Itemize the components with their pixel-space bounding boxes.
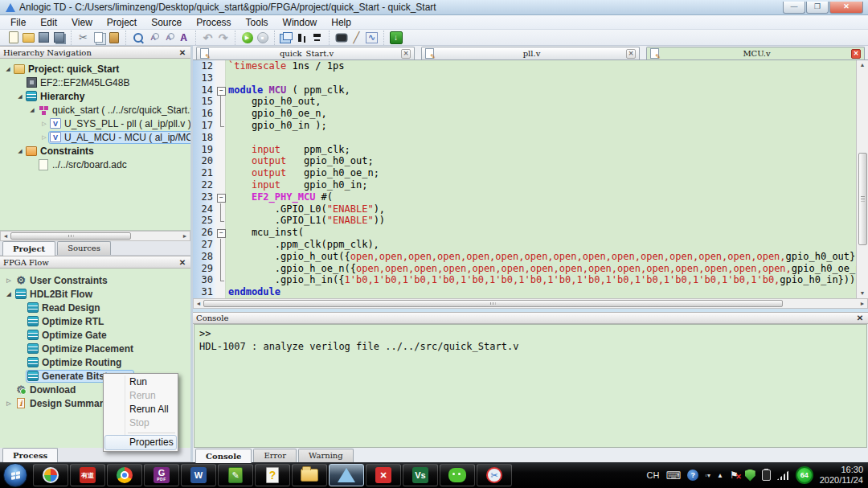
editor-tab-quick-start-v[interactable]: quick_Start.v✕	[196, 47, 415, 59]
tree-item-optimize-rtl[interactable]: Optimize RTL	[27, 316, 106, 327]
chip-icon[interactable]	[334, 31, 348, 44]
hierarchy-tree-row[interactable]: ◢Project: quick_Start	[0, 62, 190, 76]
tab-console[interactable]: Console	[195, 449, 252, 463]
run-icon[interactable]	[240, 31, 254, 44]
collapsed-arrow-icon[interactable]: ▷	[3, 277, 14, 284]
expanded-arrow-icon[interactable]: ◢	[3, 66, 13, 72]
tree-item-user-constraints[interactable]: ⚙User Constraints	[14, 275, 110, 286]
vscroll-track[interactable]	[858, 70, 867, 289]
minimize-button[interactable]: —	[783, 2, 805, 14]
replace-icon[interactable]: A	[177, 31, 190, 44]
column-chart-icon[interactable]	[310, 31, 324, 44]
editor-tab-pll-v[interactable]: pll.v✕	[421, 47, 640, 59]
app-pdf-reader[interactable]: GPDF	[144, 464, 179, 486]
optimizer-badge[interactable]: 64	[796, 466, 813, 484]
menu-window[interactable]: Window	[276, 16, 325, 29]
app-vs-tool[interactable]: Vs	[403, 464, 438, 486]
flow-tree-row[interactable]: Optimize Placement	[0, 342, 190, 355]
hidden-icons-arrow[interactable]: ▲	[717, 472, 723, 479]
menu-project[interactable]: Project	[100, 16, 144, 29]
hierarchy-tree-row[interactable]: ◢Hierarchy	[0, 89, 190, 103]
open-file-icon[interactable]	[22, 31, 35, 44]
app-file-explorer[interactable]	[292, 464, 327, 486]
clipboard-tray-icon[interactable]	[762, 470, 771, 481]
menu-file[interactable]: File	[3, 16, 33, 29]
undo-icon[interactable]: ↶	[201, 31, 215, 44]
menu-edit[interactable]: Edit	[33, 16, 64, 29]
app-360-browser[interactable]	[33, 464, 68, 486]
scroll-right-icon[interactable]: ►	[180, 233, 190, 239]
close-button[interactable]: ✕	[829, 2, 863, 14]
flow-tree-row[interactable]: Optimize Routing	[0, 355, 190, 369]
network-signal-icon[interactable]	[777, 470, 789, 480]
hierarchy-tree-row[interactable]: ◢quick_start ( ../../src/quick_Start.v )	[0, 103, 190, 117]
hierarchy-tree-row[interactable]: EF2::EF2M45LG48B	[0, 76, 190, 89]
scroll-left-icon[interactable]: ◄	[194, 301, 203, 306]
tab-close-icon[interactable]: ✕	[401, 49, 411, 59]
scroll-right-icon[interactable]: ►	[858, 301, 867, 306]
menu-view[interactable]: View	[64, 16, 100, 29]
language-indicator[interactable]: CH	[647, 470, 660, 480]
collapsed-arrow-icon[interactable]: ▷	[39, 134, 49, 141]
find-icon[interactable]	[131, 31, 145, 44]
expanded-arrow-icon[interactable]: ◢	[27, 107, 37, 113]
new-file-icon[interactable]	[6, 31, 20, 44]
tree-item-hdl2bit-flow[interactable]: HDL2Bit Flow	[14, 289, 95, 300]
flow-tree-row[interactable]: ▷⚙User Constraints	[0, 273, 190, 287]
tab-warning[interactable]: Warning	[298, 449, 354, 462]
pencil-line-icon[interactable]: ╱	[350, 31, 363, 44]
scroll-thumb[interactable]	[203, 300, 783, 307]
hierarchy-tree-row[interactable]: ../../src/board.adc	[0, 158, 190, 171]
app-help-doc[interactable]: ?	[255, 464, 290, 486]
tree-item-optimize-gate[interactable]: Optimize Gate	[27, 330, 109, 341]
tree-item-u-al-mcu-mcu-al-ip-mcu-v[interactable]: U_AL_MCU - MCU ( al_ip/MCU.v	[49, 132, 190, 143]
expanded-arrow-icon[interactable]: ◢	[15, 148, 25, 154]
action-center-flag-icon[interactable]: ⚑✕	[730, 470, 739, 481]
hierarchy-tree-row[interactable]: ▷U_SYS_PLL - pll ( al_ip/pll.v )	[0, 117, 190, 130]
tree-item-read-design[interactable]: Read Design	[27, 302, 103, 314]
display-switch-icon[interactable]: ▫▾	[705, 472, 710, 479]
scroll-left-icon[interactable]: ◄	[1, 233, 10, 239]
redo-icon[interactable]: ↷	[216, 31, 230, 44]
stop-icon[interactable]	[256, 31, 269, 44]
tab-project[interactable]: Project	[2, 241, 55, 256]
app-youdao[interactable]: 有道	[70, 464, 105, 486]
keyboard-icon[interactable]: ⌨	[665, 470, 681, 482]
app-red-x[interactable]: ✕	[366, 464, 401, 486]
app-anlogic-td[interactable]	[329, 464, 364, 486]
scroll-thumb[interactable]	[10, 232, 131, 240]
find-previous-icon[interactable]: A	[162, 31, 175, 44]
app-wechat[interactable]	[440, 464, 475, 486]
hierarchy-panel-close-icon[interactable]: ✕	[178, 48, 187, 57]
menu-help[interactable]: Help	[324, 16, 358, 29]
app-word[interactable]: W	[181, 464, 216, 486]
hierarchy-tree-row[interactable]: ◢Constraints	[0, 144, 190, 158]
fold-toggle-icon[interactable]	[215, 227, 226, 239]
bluetooth-help-icon[interactable]: ?	[687, 470, 698, 481]
save-icon[interactable]	[37, 31, 51, 44]
tree-item-download[interactable]: ⚙Download	[14, 384, 78, 396]
antivirus-shield-icon[interactable]	[745, 470, 755, 482]
bar-chart-icon[interactable]	[295, 31, 309, 44]
app-snipping-tool[interactable]: ✂	[477, 464, 512, 486]
hierarchy-hscrollbar[interactable]: ◄ ►	[0, 231, 190, 241]
flow-tree-row[interactable]: ◢HDL2Bit Flow	[0, 287, 190, 301]
tree-item-project-quick-start[interactable]: Project: quick_Start	[13, 64, 121, 75]
copy-icon[interactable]	[92, 31, 105, 44]
fold-toggle-icon[interactable]	[215, 84, 226, 96]
app-text-editor[interactable]: ✎	[218, 464, 253, 486]
hierarchy-tree-row[interactable]: ▷U_AL_MCU - MCU ( al_ip/MCU.v	[0, 130, 190, 144]
console-panel-close-icon[interactable]: ✕	[855, 314, 865, 322]
expanded-arrow-icon[interactable]: ◢	[15, 93, 25, 100]
editor-hscrollbar[interactable]: ◄ ►	[193, 298, 868, 309]
tab-error[interactable]: Error	[253, 449, 297, 462]
tree-item-u-sys-pll-pll-al-ip-pll-v[interactable]: U_SYS_PLL - pll ( al_ip/pll.v )	[49, 118, 190, 129]
tree-item-quick-start-src-quick-start-v[interactable]: quick_start ( ../../src/quick_Start.v )	[37, 105, 190, 116]
menu-tools[interactable]: Tools	[239, 16, 276, 29]
menu-process[interactable]: Process	[189, 16, 238, 29]
cut-icon[interactable]: ✂	[76, 31, 90, 44]
tree-item-constraints[interactable]: Constraints	[25, 146, 96, 157]
tree-item-hierarchy[interactable]: Hierarchy	[25, 91, 87, 102]
start-button[interactable]	[3, 463, 27, 487]
tree-item-optimize-routing[interactable]: Optimize Routing	[27, 357, 124, 368]
